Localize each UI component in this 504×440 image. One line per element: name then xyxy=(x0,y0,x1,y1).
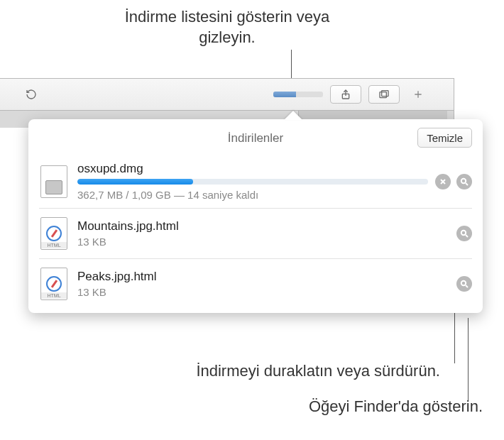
download-row[interactable]: osxupd.dmg 362,7 MB / 1,09 GB — 14 saniy… xyxy=(39,155,472,208)
download-row[interactable]: HTML Peaks.jpg.html 13 KB xyxy=(39,258,472,309)
share-button[interactable] xyxy=(330,85,361,104)
reveal-in-finder-button[interactable] xyxy=(456,226,472,241)
html-file-icon: HTML xyxy=(39,266,69,302)
download-row[interactable]: HTML Mountains.jpg.html 13 KB xyxy=(39,208,472,258)
file-name: osxupd.dmg xyxy=(77,162,428,176)
popover-header: İndirilenler Temizle xyxy=(39,128,472,149)
html-file-icon: HTML xyxy=(39,216,69,251)
file-info: Peaks.jpg.html 13 KB xyxy=(77,270,449,298)
callout-pause-resume: İndirmeyi duraklatın veya sürdürün. xyxy=(196,362,440,380)
reload-button[interactable] xyxy=(20,85,43,104)
row-actions xyxy=(435,174,472,189)
file-type-label: HTML xyxy=(41,242,67,248)
reveal-in-finder-button[interactable] xyxy=(456,276,472,292)
callout-line xyxy=(291,50,292,79)
new-tab-button[interactable] xyxy=(407,85,429,104)
download-progress-bar xyxy=(77,179,428,185)
file-info: Mountains.jpg.html 13 KB xyxy=(77,219,449,248)
file-type-label: HTML xyxy=(41,292,67,299)
download-status: 13 KB xyxy=(77,236,449,248)
row-actions xyxy=(456,226,472,241)
browser-toolbar xyxy=(0,78,454,111)
popover-title: İndirilenler xyxy=(228,131,283,145)
row-actions xyxy=(456,276,472,292)
downloads-list: osxupd.dmg 362,7 MB / 1,09 GB — 14 saniy… xyxy=(39,155,472,309)
svg-rect-1 xyxy=(380,92,386,98)
downloads-toolbar-button[interactable] xyxy=(273,92,323,97)
file-info: osxupd.dmg 362,7 MB / 1,09 GB — 14 saniy… xyxy=(77,162,428,201)
callout-line xyxy=(468,318,469,400)
file-name: Mountains.jpg.html xyxy=(77,219,449,233)
download-status: 362,7 MB / 1,09 GB — 14 saniye kaldı xyxy=(77,189,428,201)
download-progress-indicator xyxy=(273,92,296,97)
tabs-button[interactable] xyxy=(368,85,400,104)
clear-downloads-button[interactable]: Temizle xyxy=(417,128,472,148)
svg-point-5 xyxy=(461,281,466,285)
svg-point-3 xyxy=(461,178,466,182)
download-progress-fill xyxy=(77,179,193,185)
svg-point-4 xyxy=(461,231,466,235)
callout-show-in-finder: Öğeyi Finder'da gösterin. xyxy=(309,397,483,416)
reveal-in-finder-button[interactable] xyxy=(456,174,472,189)
popover-arrow xyxy=(284,111,302,120)
downloads-popover: İndirilenler Temizle osxupd.dmg 362,7 MB… xyxy=(28,119,483,313)
dmg-file-icon xyxy=(39,164,69,199)
stop-download-button[interactable] xyxy=(435,174,451,189)
svg-rect-2 xyxy=(382,91,388,97)
download-status: 13 KB xyxy=(77,286,449,298)
file-name: Peaks.jpg.html xyxy=(77,270,449,284)
callout-show-hide-downloads: İndirme listesini gösterin veya gizleyin… xyxy=(114,7,341,48)
